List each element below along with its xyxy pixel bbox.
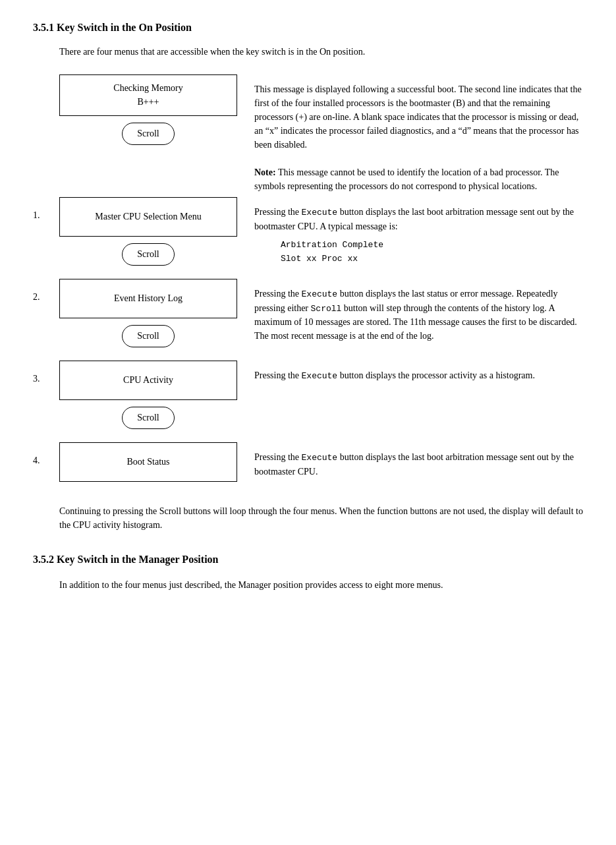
menu-box-3: CPU Activity xyxy=(59,361,237,400)
menu-number-3: 3. xyxy=(33,361,53,386)
menu-left-4: Boot Status xyxy=(53,442,244,488)
section-351-heading: 3.5.1 Key Switch in the On Position xyxy=(33,20,583,35)
footer-text: Continuing to pressing the Scroll button… xyxy=(59,504,583,532)
menu-number-1: 1. xyxy=(33,197,53,222)
section-352: 3.5.2 Key Switch in the Manager Position… xyxy=(33,552,583,591)
menu-desc-4-before: Pressing the xyxy=(254,452,302,462)
menu-desc-2-before: Pressing the xyxy=(254,289,302,299)
menu-desc-2: Pressing the Execute button displays the… xyxy=(244,279,583,343)
scroll-button-2[interactable]: Scroll xyxy=(122,325,175,347)
section-352-heading: 3.5.2 Key Switch in the Manager Position xyxy=(33,552,583,567)
menu-desc-1-code1: Execute xyxy=(302,208,338,218)
menu-number-4: 4. xyxy=(33,442,53,467)
menu-left-2: Event History Log Scroll xyxy=(53,279,244,361)
menu-left-3: CPU Activity Scroll xyxy=(53,361,244,442)
top-note-text: This message cannot be used to identify … xyxy=(254,167,559,191)
menu-desc-1-before: Pressing the xyxy=(254,207,302,217)
menu-desc-3-before: Pressing the xyxy=(254,370,302,380)
menu-desc-1: Pressing the Execute button displays the… xyxy=(244,197,583,268)
menu-row-2: 2. Event History Log Scroll Pressing the… xyxy=(33,279,583,361)
checking-memory-line1: Checking Memory xyxy=(113,82,182,95)
menu-desc-3-code1: Execute xyxy=(302,371,338,381)
top-desc-text: This message is displayed following a su… xyxy=(254,84,582,150)
menu-desc-2-code2: Scroll xyxy=(311,304,342,314)
menu-desc-4: Pressing the Execute button displays the… xyxy=(244,442,583,479)
section-352-intro: In addition to the four menus just descr… xyxy=(59,578,583,592)
top-left-panel: Checking Memory B+++ Scroll xyxy=(53,74,244,158)
checking-memory-box: Checking Memory B+++ xyxy=(59,74,237,116)
menu-box-2: Event History Log xyxy=(59,279,237,318)
code-line-2: Slot xx Proc xx xyxy=(281,252,583,266)
menu-desc-3-after: button displays the processor activity a… xyxy=(337,370,535,380)
menu-box-1: Master CPU Selection Menu xyxy=(59,197,237,237)
menu-desc-4-code1: Execute xyxy=(302,453,338,463)
top-note-label: Note: xyxy=(254,167,276,177)
intro-text: There are four menus that are accessible… xyxy=(59,45,583,59)
code-line-1: Arbitration Complete xyxy=(281,239,583,252)
top-number xyxy=(33,74,53,86)
menu-desc-3: Pressing the Execute button displays the… xyxy=(244,361,583,383)
menu-row-3: 3. CPU Activity Scroll Pressing the Exec… xyxy=(33,361,583,442)
menu-number-2: 2. xyxy=(33,279,53,304)
scroll-button-1[interactable]: Scroll xyxy=(122,243,175,266)
menu-row-1: 1. Master CPU Selection Menu Scroll Pres… xyxy=(33,197,583,279)
menu-desc-2-code1: Execute xyxy=(302,289,338,299)
top-description: This message is displayed following a su… xyxy=(244,74,583,193)
menu-row-4: 4. Boot Status Pressing the Execute butt… xyxy=(33,442,583,488)
top-scroll-button[interactable]: Scroll xyxy=(122,123,175,145)
menus-section: 1. Master CPU Selection Menu Scroll Pres… xyxy=(33,197,583,488)
menu-desc-1-codeblock: Arbitration Complete Slot xx Proc xx xyxy=(281,239,583,266)
menu-left-1: Master CPU Selection Menu Scroll xyxy=(53,197,244,279)
scroll-button-3[interactable]: Scroll xyxy=(122,407,175,429)
checking-memory-line2: B+++ xyxy=(113,96,182,109)
menu-box-4: Boot Status xyxy=(59,442,237,482)
